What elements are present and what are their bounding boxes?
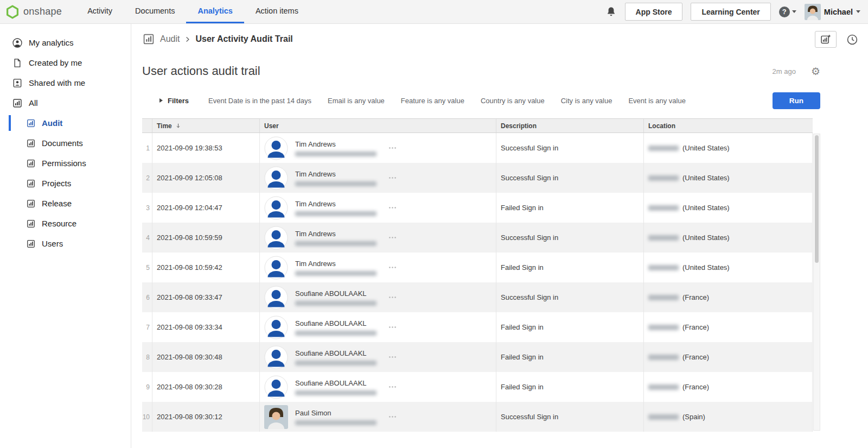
learning-center-button[interactable]: Learning Center <box>691 3 770 21</box>
filters-label: Filters <box>168 97 189 105</box>
more-options-icon[interactable] <box>388 143 397 153</box>
sidebar-item-my-analytics[interactable]: My analytics <box>0 33 131 53</box>
sidebar-item-created-by-me[interactable]: Created by me <box>0 53 131 73</box>
table-row[interactable]: 5 2021-09-08 10:59:42 Tim Andrews Failed… <box>142 253 813 282</box>
more-options-icon[interactable] <box>388 352 397 362</box>
redacted-email <box>295 152 376 156</box>
cell-location: (France) <box>643 342 813 372</box>
filter-email[interactable]: Email is any value <box>328 97 385 105</box>
table-row[interactable]: 3 2021-09-09 12:04:47 Tim Andrews Failed… <box>142 193 813 223</box>
table-row[interactable]: 2 2021-09-09 12:05:08 Tim Andrews Succes… <box>142 163 813 193</box>
user-name: Soufiane ABOULAAKL <box>295 349 376 357</box>
breadcrumb-parent[interactable]: Audit <box>160 34 180 44</box>
table-row[interactable]: 6 2021-09-08 09:33:47 Soufiane ABOULAAKL… <box>142 282 813 312</box>
expand-triangle-icon <box>159 98 163 103</box>
filter-event-date[interactable]: Event Date is in the past 14 days <box>208 97 311 105</box>
more-options-icon[interactable] <box>388 293 397 302</box>
table-row[interactable]: 1 2021-09-09 19:38:53 Tim Andrews Succes… <box>142 133 813 163</box>
column-time[interactable]: Time <box>152 119 259 132</box>
cell-description: Failed Sign in <box>496 372 643 402</box>
cell-description: Successful Sign in <box>496 282 643 312</box>
more-options-icon[interactable] <box>388 173 397 182</box>
cell-time: 2021-09-09 12:04:47 <box>152 193 259 223</box>
table-scrollbar[interactable] <box>813 134 820 431</box>
sidebar-item-documents[interactable]: Documents <box>0 133 131 153</box>
user-menu[interactable]: Michael <box>805 4 860 20</box>
nav-analytics[interactable]: Analytics <box>186 0 244 23</box>
user-meta: Soufiane ABOULAAKL <box>295 319 376 336</box>
row-number: 9 <box>142 372 152 402</box>
redacted-city <box>648 384 679 390</box>
table-row[interactable]: 7 2021-09-08 09:33:34 Soufiane ABOULAAKL… <box>142 312 813 342</box>
sidebar-item-label: Release <box>42 199 72 208</box>
cell-description: Successful Sign in <box>496 402 643 432</box>
history-clock-icon[interactable] <box>846 33 858 46</box>
column-user[interactable]: User <box>259 119 496 132</box>
column-description[interactable]: Description <box>496 119 643 132</box>
cell-user: Tim Andrews <box>259 193 496 223</box>
sidebar-item-audit[interactable]: Audit <box>0 113 131 133</box>
filter-event[interactable]: Event is any value <box>628 97 686 105</box>
nav-activity[interactable]: Activity <box>76 0 124 23</box>
cell-time: 2021-09-08 09:33:34 <box>152 312 259 342</box>
sidebar-item-all[interactable]: All <box>0 93 131 113</box>
gear-icon[interactable]: ⚙ <box>811 66 820 77</box>
title-row: User actions audit trail 2m ago ⚙ <box>142 54 820 88</box>
user-avatar <box>264 136 288 160</box>
help-menu[interactable]: ? <box>779 7 796 17</box>
breadcrumb-current: User Activity Audit Trail <box>195 34 292 44</box>
sidebar-item-projects[interactable]: Projects <box>0 173 131 193</box>
user-meta: Paul Simon <box>295 409 376 425</box>
more-options-icon[interactable] <box>388 412 397 421</box>
user-meta: Tim Andrews <box>295 170 376 186</box>
cell-description: Successful Sign in <box>496 163 643 193</box>
user-avatar <box>264 256 288 280</box>
cell-user: Soufiane ABOULAAKL <box>259 282 496 312</box>
redacted-city <box>648 355 679 360</box>
redacted-email <box>295 301 376 306</box>
sidebar-item-permissions[interactable]: Permissions <box>0 153 131 173</box>
scrollbar-thumb[interactable] <box>815 135 819 263</box>
onshape-logo[interactable]: onshape <box>5 5 62 19</box>
more-options-icon[interactable] <box>388 323 397 332</box>
row-number: 10 <box>142 402 152 432</box>
column-location[interactable]: Location <box>643 119 813 132</box>
filter-country[interactable]: Country is any value <box>481 97 545 105</box>
breadcrumb: Audit User Activity Audit Trail <box>142 24 868 54</box>
more-options-icon[interactable] <box>388 263 397 272</box>
filters-toggle[interactable]: Filters <box>159 97 189 105</box>
nav-action-items[interactable]: Action items <box>244 0 310 23</box>
brand-wordmark: onshape <box>23 6 62 17</box>
chevron-down-icon <box>856 10 860 13</box>
user-meta: Tim Andrews <box>295 230 376 246</box>
sidebar-item-release[interactable]: Release <box>0 193 131 213</box>
app-store-button[interactable]: App Store <box>625 3 683 21</box>
sidebar-item-users[interactable]: Users <box>0 234 131 254</box>
chevron-down-icon <box>792 10 796 13</box>
row-number: 7 <box>142 312 152 342</box>
sidebar-item-shared-with-me[interactable]: Shared with me <box>0 73 131 93</box>
add-dashboard-button[interactable] <box>815 31 837 48</box>
cell-location: (United States) <box>643 163 813 193</box>
more-options-icon[interactable] <box>388 233 397 242</box>
page-title: User actions audit trail <box>142 64 260 78</box>
user-name: Soufiane ABOULAAKL <box>295 289 376 298</box>
table-row[interactable]: 10 2021-09-08 09:30:12 Paul Simon Succes… <box>142 402 813 432</box>
table-row[interactable]: 8 2021-09-08 09:30:48 Soufiane ABOULAAKL… <box>142 342 813 372</box>
run-button[interactable]: Run <box>773 92 820 109</box>
sidebar-item-label: Shared with me <box>29 78 85 87</box>
user-name: Tim Andrews <box>295 230 376 238</box>
cell-user: Paul Simon <box>259 402 496 432</box>
sidebar-item-resource[interactable]: Resource <box>0 213 131 234</box>
filter-feature[interactable]: Feature is any value <box>401 97 464 105</box>
user-avatar <box>264 166 288 190</box>
redacted-city <box>648 235 679 241</box>
filter-city[interactable]: City is any value <box>561 97 612 105</box>
nav-documents[interactable]: Documents <box>124 0 186 23</box>
user-name: Tim Andrews <box>295 140 376 148</box>
table-row[interactable]: 4 2021-09-08 10:59:59 Tim Andrews Succes… <box>142 223 813 253</box>
more-options-icon[interactable] <box>388 382 397 392</box>
more-options-icon[interactable] <box>388 203 397 212</box>
notifications-bell-icon[interactable] <box>605 6 617 17</box>
table-row[interactable]: 9 2021-09-08 09:30:28 Soufiane ABOULAAKL… <box>142 372 813 402</box>
